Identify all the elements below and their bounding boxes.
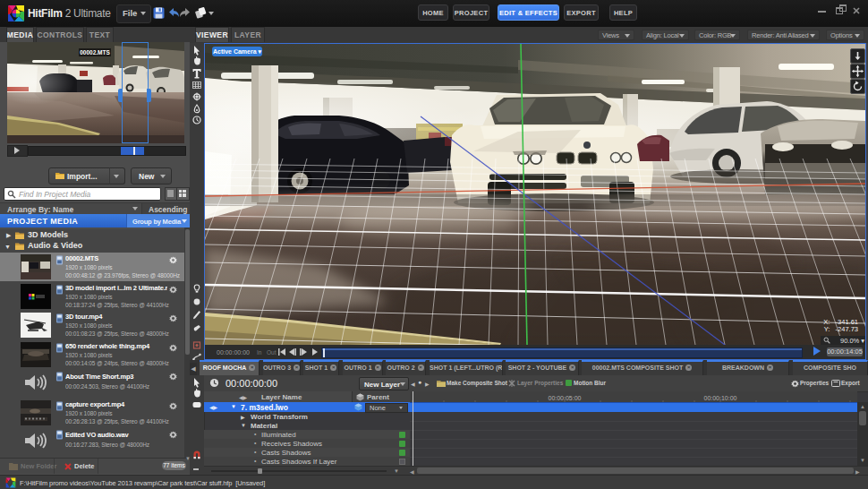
svg-text:00:00:10:00: 00:00:10:00 [704, 395, 737, 401]
svg-text:00:00:05:00: 00:00:05:00 [549, 395, 582, 401]
